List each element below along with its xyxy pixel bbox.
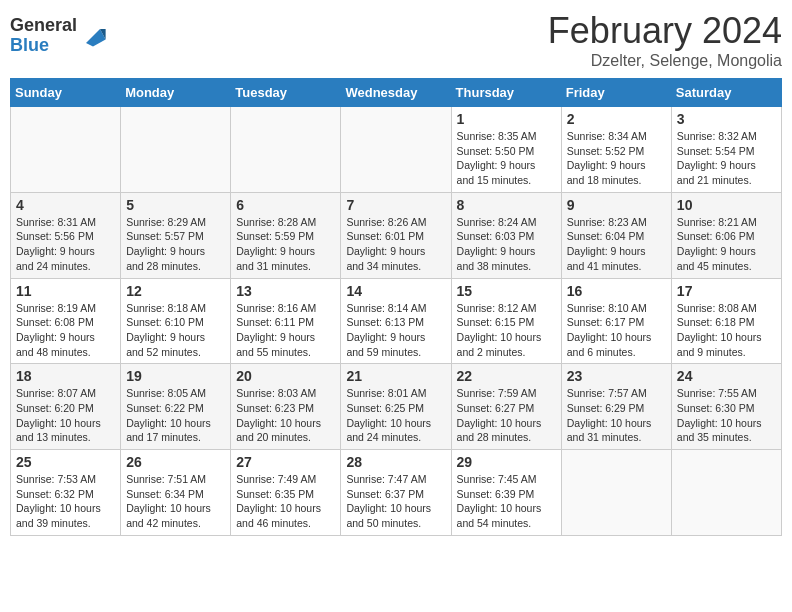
calendar-cell: 27Sunrise: 7:49 AM Sunset: 6:35 PM Dayli…: [231, 450, 341, 536]
day-number: 12: [126, 283, 225, 299]
day-number: 17: [677, 283, 776, 299]
day-info: Sunrise: 8:14 AM Sunset: 6:13 PM Dayligh…: [346, 301, 445, 360]
calendar-cell: 26Sunrise: 7:51 AM Sunset: 6:34 PM Dayli…: [121, 450, 231, 536]
calendar-cell: 7Sunrise: 8:26 AM Sunset: 6:01 PM Daylig…: [341, 192, 451, 278]
week-row-1: 1Sunrise: 8:35 AM Sunset: 5:50 PM Daylig…: [11, 107, 782, 193]
header: General Blue February 2024 Dzelter, Sele…: [10, 10, 782, 70]
week-row-5: 25Sunrise: 7:53 AM Sunset: 6:32 PM Dayli…: [11, 450, 782, 536]
week-row-2: 4Sunrise: 8:31 AM Sunset: 5:56 PM Daylig…: [11, 192, 782, 278]
day-number: 1: [457, 111, 556, 127]
calendar-cell: 12Sunrise: 8:18 AM Sunset: 6:10 PM Dayli…: [121, 278, 231, 364]
day-number: 22: [457, 368, 556, 384]
day-info: Sunrise: 8:03 AM Sunset: 6:23 PM Dayligh…: [236, 386, 335, 445]
calendar-cell: 19Sunrise: 8:05 AM Sunset: 6:22 PM Dayli…: [121, 364, 231, 450]
day-number: 29: [457, 454, 556, 470]
day-info: Sunrise: 7:55 AM Sunset: 6:30 PM Dayligh…: [677, 386, 776, 445]
calendar-cell: 21Sunrise: 8:01 AM Sunset: 6:25 PM Dayli…: [341, 364, 451, 450]
day-number: 4: [16, 197, 115, 213]
calendar-cell: 3Sunrise: 8:32 AM Sunset: 5:54 PM Daylig…: [671, 107, 781, 193]
day-info: Sunrise: 8:07 AM Sunset: 6:20 PM Dayligh…: [16, 386, 115, 445]
title-area: February 2024 Dzelter, Selenge, Mongolia: [548, 10, 782, 70]
logo-general: General: [10, 16, 77, 36]
day-number: 6: [236, 197, 335, 213]
day-number: 2: [567, 111, 666, 127]
calendar-cell: 8Sunrise: 8:24 AM Sunset: 6:03 PM Daylig…: [451, 192, 561, 278]
day-info: Sunrise: 7:45 AM Sunset: 6:39 PM Dayligh…: [457, 472, 556, 531]
day-number: 28: [346, 454, 445, 470]
day-number: 14: [346, 283, 445, 299]
calendar-page: General Blue February 2024 Dzelter, Sele…: [0, 0, 792, 546]
day-info: Sunrise: 8:01 AM Sunset: 6:25 PM Dayligh…: [346, 386, 445, 445]
calendar-cell: 16Sunrise: 8:10 AM Sunset: 6:17 PM Dayli…: [561, 278, 671, 364]
day-number: 8: [457, 197, 556, 213]
day-info: Sunrise: 8:32 AM Sunset: 5:54 PM Dayligh…: [677, 129, 776, 188]
day-info: Sunrise: 8:26 AM Sunset: 6:01 PM Dayligh…: [346, 215, 445, 274]
day-number: 24: [677, 368, 776, 384]
day-info: Sunrise: 8:10 AM Sunset: 6:17 PM Dayligh…: [567, 301, 666, 360]
calendar-cell: 10Sunrise: 8:21 AM Sunset: 6:06 PM Dayli…: [671, 192, 781, 278]
day-number: 13: [236, 283, 335, 299]
day-number: 21: [346, 368, 445, 384]
day-info: Sunrise: 7:53 AM Sunset: 6:32 PM Dayligh…: [16, 472, 115, 531]
calendar-cell: 17Sunrise: 8:08 AM Sunset: 6:18 PM Dayli…: [671, 278, 781, 364]
day-number: 3: [677, 111, 776, 127]
col-sunday: Sunday: [11, 79, 121, 107]
day-info: Sunrise: 8:19 AM Sunset: 6:08 PM Dayligh…: [16, 301, 115, 360]
day-number: 11: [16, 283, 115, 299]
calendar-cell: 18Sunrise: 8:07 AM Sunset: 6:20 PM Dayli…: [11, 364, 121, 450]
calendar-cell: 5Sunrise: 8:29 AM Sunset: 5:57 PM Daylig…: [121, 192, 231, 278]
logo-blue: Blue: [10, 36, 77, 56]
calendar-cell: 13Sunrise: 8:16 AM Sunset: 6:11 PM Dayli…: [231, 278, 341, 364]
day-info: Sunrise: 7:47 AM Sunset: 6:37 PM Dayligh…: [346, 472, 445, 531]
calendar-cell: 28Sunrise: 7:47 AM Sunset: 6:37 PM Dayli…: [341, 450, 451, 536]
day-info: Sunrise: 8:29 AM Sunset: 5:57 PM Dayligh…: [126, 215, 225, 274]
day-info: Sunrise: 8:12 AM Sunset: 6:15 PM Dayligh…: [457, 301, 556, 360]
calendar-cell: 24Sunrise: 7:55 AM Sunset: 6:30 PM Dayli…: [671, 364, 781, 450]
day-number: 20: [236, 368, 335, 384]
logo: General Blue: [10, 16, 107, 56]
calendar-cell: 9Sunrise: 8:23 AM Sunset: 6:04 PM Daylig…: [561, 192, 671, 278]
day-info: Sunrise: 8:18 AM Sunset: 6:10 PM Dayligh…: [126, 301, 225, 360]
calendar-cell: [11, 107, 121, 193]
calendar-cell: [231, 107, 341, 193]
day-number: 15: [457, 283, 556, 299]
col-friday: Friday: [561, 79, 671, 107]
day-info: Sunrise: 7:59 AM Sunset: 6:27 PM Dayligh…: [457, 386, 556, 445]
col-tuesday: Tuesday: [231, 79, 341, 107]
calendar-table: Sunday Monday Tuesday Wednesday Thursday…: [10, 78, 782, 536]
day-number: 19: [126, 368, 225, 384]
calendar-cell: [671, 450, 781, 536]
week-row-3: 11Sunrise: 8:19 AM Sunset: 6:08 PM Dayli…: [11, 278, 782, 364]
day-info: Sunrise: 7:57 AM Sunset: 6:29 PM Dayligh…: [567, 386, 666, 445]
day-info: Sunrise: 7:49 AM Sunset: 6:35 PM Dayligh…: [236, 472, 335, 531]
day-number: 10: [677, 197, 776, 213]
day-number: 27: [236, 454, 335, 470]
day-info: Sunrise: 8:24 AM Sunset: 6:03 PM Dayligh…: [457, 215, 556, 274]
day-info: Sunrise: 8:23 AM Sunset: 6:04 PM Dayligh…: [567, 215, 666, 274]
calendar-cell: 2Sunrise: 8:34 AM Sunset: 5:52 PM Daylig…: [561, 107, 671, 193]
calendar-cell: 25Sunrise: 7:53 AM Sunset: 6:32 PM Dayli…: [11, 450, 121, 536]
calendar-cell: 23Sunrise: 7:57 AM Sunset: 6:29 PM Dayli…: [561, 364, 671, 450]
col-thursday: Thursday: [451, 79, 561, 107]
calendar-cell: [341, 107, 451, 193]
calendar-cell: 4Sunrise: 8:31 AM Sunset: 5:56 PM Daylig…: [11, 192, 121, 278]
week-row-4: 18Sunrise: 8:07 AM Sunset: 6:20 PM Dayli…: [11, 364, 782, 450]
col-wednesday: Wednesday: [341, 79, 451, 107]
day-info: Sunrise: 8:05 AM Sunset: 6:22 PM Dayligh…: [126, 386, 225, 445]
calendar-cell: 6Sunrise: 8:28 AM Sunset: 5:59 PM Daylig…: [231, 192, 341, 278]
main-title: February 2024: [548, 10, 782, 52]
calendar-cell: [561, 450, 671, 536]
day-info: Sunrise: 8:35 AM Sunset: 5:50 PM Dayligh…: [457, 129, 556, 188]
day-info: Sunrise: 8:28 AM Sunset: 5:59 PM Dayligh…: [236, 215, 335, 274]
day-number: 25: [16, 454, 115, 470]
logo-icon: [79, 22, 107, 50]
calendar-cell: 11Sunrise: 8:19 AM Sunset: 6:08 PM Dayli…: [11, 278, 121, 364]
header-row: Sunday Monday Tuesday Wednesday Thursday…: [11, 79, 782, 107]
day-number: 9: [567, 197, 666, 213]
logo-text: General Blue: [10, 16, 77, 56]
subtitle: Dzelter, Selenge, Mongolia: [548, 52, 782, 70]
calendar-cell: [121, 107, 231, 193]
calendar-cell: 29Sunrise: 7:45 AM Sunset: 6:39 PM Dayli…: [451, 450, 561, 536]
calendar-cell: 15Sunrise: 8:12 AM Sunset: 6:15 PM Dayli…: [451, 278, 561, 364]
day-number: 16: [567, 283, 666, 299]
